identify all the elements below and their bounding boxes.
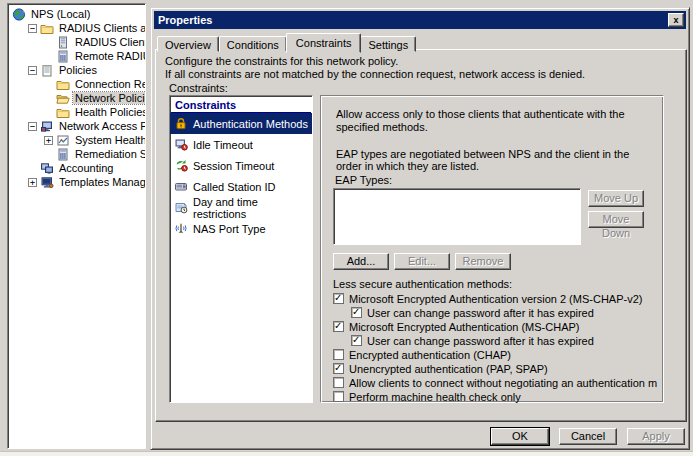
policy-icon xyxy=(40,64,54,77)
console-tree-panel[interactable]: NPS (Local)−RADIUS Clients and ServersRA… xyxy=(7,3,146,449)
tree-item-templates-management[interactable]: +Templates Management xyxy=(8,175,145,189)
tree-item-policies[interactable]: −Policies xyxy=(8,63,145,77)
tree-item-system-health-validators[interactable]: +System Health Validators xyxy=(8,133,145,147)
checked-checkbox-icon[interactable]: ✓ xyxy=(333,363,344,374)
constraint-item-authentication-methods[interactable]: Authentication Methods xyxy=(170,113,312,134)
tree-item-health-policies[interactable]: Health Policies xyxy=(8,105,145,119)
folder-icon xyxy=(40,22,54,35)
day-time-icon xyxy=(174,201,188,215)
tree-item-accounting[interactable]: Accounting xyxy=(8,161,145,175)
unchecked-checkbox-icon[interactable] xyxy=(333,377,344,388)
less-secure-label: Less secure authentication methods: xyxy=(333,278,512,290)
tree-item-network-access-protection[interactable]: −Network Access Protection xyxy=(8,119,145,133)
checkbox-label: Encrypted authentication (CHAP) xyxy=(349,349,511,361)
nps-globe-icon xyxy=(12,8,26,21)
constraint-item-session-timeout[interactable]: Session Timeout xyxy=(170,155,312,176)
checkbox-row-allow-clients-to-connect-without-negotiati[interactable]: Allow clients to connect without negotia… xyxy=(333,376,657,389)
unchecked-checkbox-icon[interactable] xyxy=(333,391,344,402)
close-icon[interactable]: x xyxy=(668,13,684,27)
tree-item-label: Policies xyxy=(57,64,99,76)
checked-checkbox-icon[interactable]: ✓ xyxy=(333,293,344,304)
apply-button[interactable]: Apply xyxy=(627,428,685,445)
tree-item-label: System Health Validators xyxy=(73,134,146,146)
nap-computer-icon xyxy=(40,120,54,133)
constraints-tabpage: Configure the constraints for this netwo… xyxy=(155,49,687,422)
server-icon xyxy=(56,36,70,49)
folder-icon xyxy=(56,78,70,91)
checkbox-row-perform-machine-health-check-only[interactable]: Perform machine health check only xyxy=(333,390,657,403)
checked-checkbox-icon[interactable]: ✓ xyxy=(351,307,362,318)
tree-item-label: Templates Management xyxy=(57,176,146,188)
checkbox-row-user-can-change-password-after-it-has-expi[interactable]: ✓User can change password after it has e… xyxy=(351,306,657,319)
constraint-item-idle-timeout[interactable]: Idle Timeout xyxy=(170,134,312,155)
tab-conditions[interactable]: Conditions xyxy=(219,36,287,52)
checkmark-glyph: ✓ xyxy=(352,306,360,317)
checkbox-row-user-can-change-password-after-it-has-expi[interactable]: ✓User can change password after it has e… xyxy=(351,334,657,347)
tree-item-label: Remote RADIUS Server G xyxy=(73,50,146,62)
tree-item-remote-radius-server-g[interactable]: Remote RADIUS Server G xyxy=(8,49,145,63)
folder-icon xyxy=(56,106,70,119)
move-down-button[interactable]: Move Down xyxy=(588,211,644,228)
checkmark-glyph: ✓ xyxy=(334,292,342,303)
constraints-caption: Constraints: xyxy=(169,82,228,94)
tree-item-label: NPS (Local) xyxy=(29,8,92,20)
tab-constraints[interactable]: Constraints xyxy=(286,33,362,53)
constraint-item-nas-port-type[interactable]: NAS Port Type xyxy=(170,218,312,239)
intro-line-2: If all constraints are not matched by th… xyxy=(165,68,585,81)
checkbox-label: Unencrypted authentication (PAP, SPAP) xyxy=(349,363,548,375)
tab-settings[interactable]: Settings xyxy=(360,36,416,52)
eap-types-listbox[interactable] xyxy=(333,188,581,245)
tab-overview[interactable]: Overview xyxy=(157,36,219,52)
checked-checkbox-icon[interactable]: ✓ xyxy=(333,321,344,332)
checkbox-row-microsoft-encrypted-authentication-version[interactable]: ✓Microsoft Encrypted Authentication vers… xyxy=(333,292,657,305)
ok-button[interactable]: OK xyxy=(491,428,549,445)
idle-timeout-icon xyxy=(174,138,188,152)
nas-port-icon xyxy=(174,222,188,236)
checkbox-row-microsoft-encrypted-authentication-ms-chap[interactable]: ✓Microsoft Encrypted Authentication (MS-… xyxy=(333,320,657,333)
checkbox-label: Allow clients to connect without negotia… xyxy=(349,377,657,389)
constraints-list[interactable]: Constraints Authentication MethodsIdle T… xyxy=(169,95,313,403)
tree-item-label: Connection Request Polici xyxy=(73,78,146,90)
tree-item-radius-clients-and-servers[interactable]: −RADIUS Clients and Servers xyxy=(8,21,145,35)
tree-item-connection-request-polici[interactable]: Connection Request Polici xyxy=(8,77,145,91)
server-group-icon xyxy=(56,148,70,161)
tree-item-label: Remediation Server Group xyxy=(73,148,146,160)
lock-icon xyxy=(174,117,188,131)
collapse-toggle-icon[interactable]: − xyxy=(28,122,37,131)
expand-toggle-icon[interactable]: + xyxy=(28,178,37,187)
edit-button[interactable]: Edit... xyxy=(394,253,450,270)
tree-item-label: RADIUS Clients xyxy=(73,36,146,48)
constraint-item-label: Idle Timeout xyxy=(193,139,253,151)
auth-method-checkbox-group: ✓Microsoft Encrypted Authentication vers… xyxy=(333,292,657,404)
checkmark-glyph: ✓ xyxy=(334,320,342,331)
checkbox-row-encrypted-authentication-chap[interactable]: Encrypted authentication (CHAP) xyxy=(333,348,657,361)
constraints-list-header: Constraints xyxy=(171,97,311,113)
tabstrip: OverviewConditionsConstraintsSettings xyxy=(157,32,416,52)
accounting-computers-icon xyxy=(40,162,54,175)
tree-item-network-policies[interactable]: Network Policies xyxy=(8,91,145,105)
eap-negotiate-text: EAP types are negotiated between NPS and… xyxy=(336,148,658,172)
authentication-methods-panel: Allow access only to those clients that … xyxy=(320,95,664,403)
tree-item-radius-clients[interactable]: RADIUS Clients xyxy=(8,35,145,49)
checked-checkbox-icon[interactable]: ✓ xyxy=(351,335,362,346)
constraint-item-day-and-time-restrictions[interactable]: Day and time restrictions xyxy=(170,197,312,218)
dialog-title: Properties xyxy=(158,14,212,26)
expand-toggle-icon[interactable]: + xyxy=(44,136,53,145)
unchecked-checkbox-icon[interactable] xyxy=(333,349,344,360)
collapse-toggle-icon[interactable]: − xyxy=(28,66,37,75)
cancel-button[interactable]: Cancel xyxy=(559,428,617,445)
constraint-item-label: NAS Port Type xyxy=(193,223,266,235)
constraint-item-called-station-id[interactable]: Called Station ID xyxy=(170,176,312,197)
add-button[interactable]: Add... xyxy=(333,253,389,270)
constraint-item-label: Authentication Methods xyxy=(193,118,308,130)
collapse-toggle-icon[interactable]: − xyxy=(28,24,37,33)
checkbox-row-unencrypted-authentication-pap-spap[interactable]: ✓Unencrypted authentication (PAP, SPAP) xyxy=(333,362,657,375)
properties-dialog: Properties x OverviewConditionsConstrain… xyxy=(150,7,690,450)
move-up-button[interactable]: Move Up xyxy=(588,190,644,207)
remove-button[interactable]: Remove xyxy=(455,253,511,270)
checkbox-label: User can change password after it has ex… xyxy=(367,335,594,347)
tree-item-remediation-server-group[interactable]: Remediation Server Group xyxy=(8,147,145,161)
tree-item-nps-local[interactable]: NPS (Local) xyxy=(8,7,145,21)
checkmark-glyph: ✓ xyxy=(334,362,342,373)
window-bottom-edge xyxy=(0,451,693,456)
